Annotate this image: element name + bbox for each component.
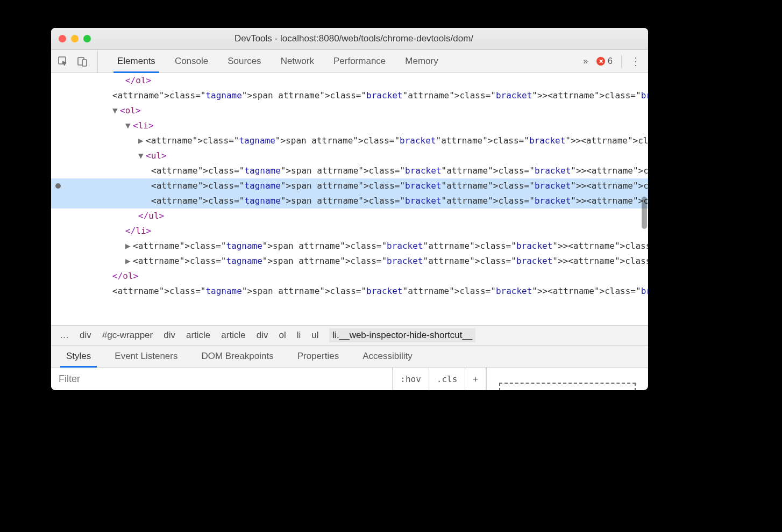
devtools-window: DevTools - localhost:8080/web/tools/chro… — [51, 28, 648, 390]
tab-performance[interactable]: Performance — [324, 50, 395, 73]
panel-tabs: Elements Console Sources Network Perform… — [108, 50, 448, 73]
dom-tree[interactable]: </ol><attrname">class="tagname">span att… — [51, 73, 648, 325]
tree-row[interactable]: </ul> — [51, 209, 648, 224]
tab-elements[interactable]: Elements — [108, 50, 165, 73]
tree-row[interactable]: <attrname">class="tagname">span attrname… — [51, 284, 648, 299]
tab-sources[interactable]: Sources — [218, 50, 271, 73]
twisty-icon[interactable]: ▼ — [138, 148, 145, 163]
close-icon[interactable] — [59, 35, 66, 42]
inspect-icon[interactable] — [58, 56, 68, 67]
tab-console[interactable]: Console — [165, 50, 218, 73]
tree-row[interactable]: ▼<ol> — [51, 103, 648, 118]
tree-row[interactable]: ▼<ul> — [51, 148, 648, 163]
tree-row[interactable]: ▶<attrname">class="tagname">span attrnam… — [51, 254, 648, 269]
sidebar-tabs: Styles Event Listeners DOM Breakpoints P… — [51, 346, 648, 368]
tree-row[interactable]: </ol> — [51, 269, 648, 284]
tree-row[interactable]: ▼<li> — [51, 118, 648, 133]
twisty-icon[interactable]: ▼ — [112, 103, 119, 118]
box-model-preview — [486, 368, 648, 390]
twisty-icon[interactable]: ▶ — [125, 254, 132, 269]
breadcrumb-item[interactable]: #gc-wrapper — [102, 330, 153, 341]
tree-row[interactable]: </li> — [51, 224, 648, 239]
twisty-icon[interactable]: ▼ — [125, 118, 132, 133]
breadcrumb-item[interactable]: article — [186, 330, 210, 341]
tree-row[interactable]: ▶<attrname">class="tagname">span attrnam… — [51, 239, 648, 254]
tab-memory[interactable]: Memory — [395, 50, 447, 73]
tree-row[interactable]: ▶<attrname">class="tagname">span attrnam… — [51, 133, 648, 148]
tab-properties[interactable]: Properties — [286, 346, 351, 367]
breadcrumb-item[interactable]: div — [257, 330, 268, 341]
overflow-tabs-icon[interactable]: » — [583, 56, 588, 66]
device-toggle-icon[interactable] — [77, 56, 88, 67]
tab-event-listeners[interactable]: Event Listeners — [103, 346, 189, 367]
hov-button[interactable]: :hov — [393, 368, 429, 390]
tree-row[interactable]: <attrname">class="tagname">span attrname… — [51, 178, 648, 193]
breadcrumb-item[interactable]: ol — [279, 330, 286, 341]
hidden-node-indicator — [55, 183, 61, 189]
window-title: DevTools - localhost:8080/web/tools/chro… — [99, 33, 641, 44]
styles-filter-input[interactable] — [51, 368, 393, 390]
titlebar: DevTools - localhost:8080/web/tools/chro… — [51, 28, 648, 50]
add-style-button[interactable]: + — [465, 368, 486, 390]
minimize-icon[interactable] — [71, 35, 79, 42]
breadcrumb-item[interactable]: li.__web-inspector-hide-shortcut__ — [329, 328, 475, 342]
separator — [621, 55, 622, 68]
svg-rect-2 — [82, 60, 87, 66]
margin-box — [499, 383, 636, 390]
zoom-icon[interactable] — [83, 35, 91, 42]
error-count-value: 6 — [608, 56, 613, 66]
tab-accessibility[interactable]: Accessibility — [351, 346, 424, 367]
tree-row[interactable]: <attrname">class="tagname">span attrname… — [51, 193, 648, 209]
twisty-icon[interactable]: ▶ — [138, 133, 145, 148]
breadcrumb-item[interactable]: ul — [311, 330, 318, 341]
breadcrumb-item[interactable]: … — [60, 330, 69, 341]
tree-row[interactable]: <attrname">class="tagname">span attrname… — [51, 163, 648, 178]
breadcrumb-item[interactable]: div — [163, 330, 175, 341]
main-toolbar: Elements Console Sources Network Perform… — [51, 50, 648, 73]
breadcrumb-item[interactable]: div — [80, 330, 91, 341]
tab-network[interactable]: Network — [271, 50, 324, 73]
twisty-icon[interactable]: ▶ — [125, 239, 132, 254]
cls-button[interactable]: .cls — [429, 368, 466, 390]
breadcrumb: …div#gc-wrapperdivarticlearticledivolliu… — [51, 325, 648, 346]
traffic-lights — [59, 35, 91, 42]
error-count[interactable]: ✕ 6 — [596, 56, 613, 66]
menu-icon[interactable]: ⋮ — [630, 55, 642, 68]
scrollbar[interactable] — [642, 197, 647, 229]
breadcrumb-item[interactable]: article — [221, 330, 245, 341]
error-icon: ✕ — [596, 57, 605, 66]
tab-styles[interactable]: Styles — [54, 346, 103, 367]
tree-row[interactable]: </ol> — [51, 73, 648, 88]
breadcrumb-item[interactable]: li — [297, 330, 301, 341]
tree-row[interactable]: <attrname">class="tagname">span attrname… — [51, 88, 648, 103]
styles-toolbar: :hov .cls + — [51, 368, 648, 390]
tab-dom-breakpoints[interactable]: DOM Breakpoints — [189, 346, 285, 367]
